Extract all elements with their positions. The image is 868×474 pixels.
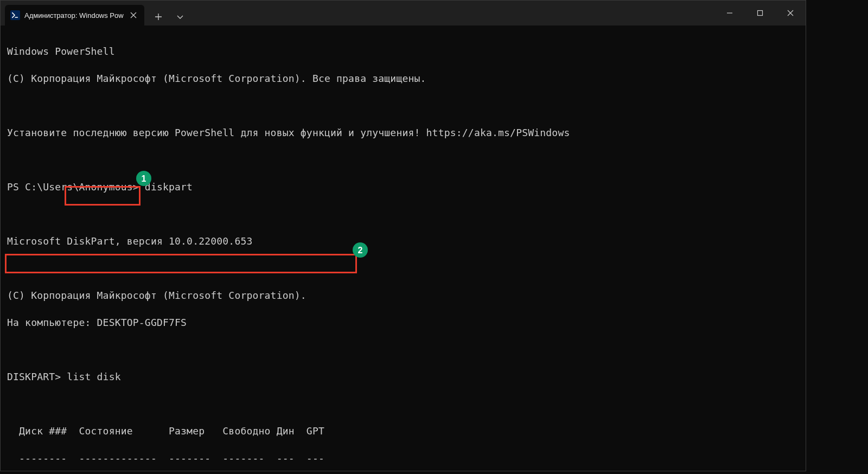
tab-controls — [144, 8, 189, 25]
terminal-line: На компьютере: DESKTOP-GGDF7FS — [7, 316, 799, 329]
terminal-body[interactable]: Windows PowerShell (C) Корпорация Майкро… — [1, 25, 806, 474]
close-button[interactable] — [775, 1, 806, 25]
terminal-line — [7, 99, 799, 112]
terminal-line: Windows PowerShell — [7, 44, 799, 58]
maximize-button[interactable] — [745, 1, 775, 25]
svg-rect-2 — [758, 11, 763, 16]
tab-title: Администратор: Windows Pow — [24, 11, 124, 20]
terminal-line: Microsoft DiskPart, версия 10.0.22000.65… — [7, 234, 799, 248]
terminal-line: DISKPART> list disk — [7, 370, 799, 383]
terminal-window: Администратор: Windows Pow — [0, 0, 806, 471]
minimize-icon — [726, 10, 733, 16]
tab-close-button[interactable] — [128, 10, 139, 21]
terminal-line: -------- ------------- ------- ------- -… — [7, 451, 799, 465]
terminal-line: (C) Корпорация Майкрософт (Microsoft Cor… — [7, 72, 799, 85]
terminal-line: PS C:\Users\Anonymous> diskpart — [7, 180, 799, 194]
active-tab[interactable]: Администратор: Windows Pow — [5, 5, 144, 25]
window-controls — [714, 1, 806, 25]
plus-icon — [155, 13, 162, 21]
terminal-line — [7, 261, 799, 275]
titlebar: Администратор: Windows Pow — [1, 1, 806, 25]
maximize-icon — [757, 10, 763, 16]
new-tab-button[interactable] — [150, 8, 167, 25]
terminal-line — [7, 343, 799, 356]
terminal-line: Установите последнюю версию PowerShell д… — [7, 126, 799, 139]
tab-dropdown-button[interactable] — [171, 8, 189, 25]
minimize-button[interactable] — [714, 1, 745, 25]
terminal-line — [7, 207, 799, 221]
terminal-line: Диск ### Состояние Размер Свободно Дин G… — [7, 424, 799, 438]
tab-region: Администратор: Windows Pow — [1, 1, 189, 25]
close-icon — [787, 10, 794, 16]
terminal-line — [7, 153, 799, 166]
terminal-line — [7, 397, 799, 411]
chevron-down-icon — [176, 13, 184, 21]
terminal-line: (C) Корпорация Майкрософт (Microsoft Cor… — [7, 289, 799, 302]
powershell-icon — [10, 10, 20, 20]
